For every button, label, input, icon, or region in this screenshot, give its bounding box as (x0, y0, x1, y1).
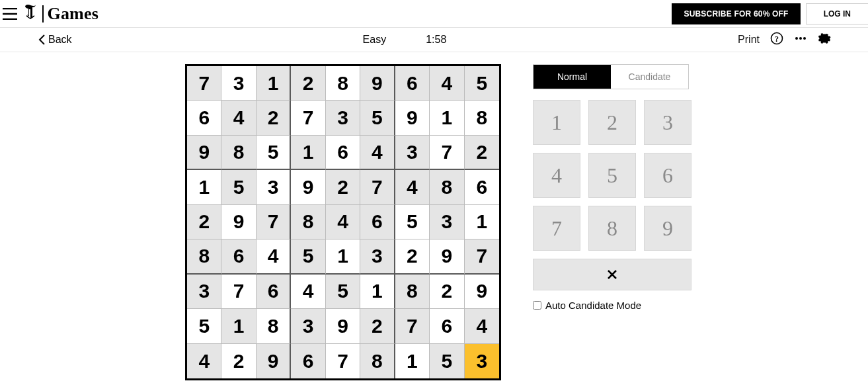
sudoku-cell[interactable]: 2 (395, 239, 430, 274)
sudoku-cell[interactable]: 6 (221, 239, 256, 274)
sudoku-cell[interactable]: 4 (291, 275, 325, 309)
sudoku-cell[interactable]: 8 (465, 101, 499, 135)
sudoku-cell[interactable]: 8 (395, 275, 430, 309)
sudoku-cell[interactable]: 6 (326, 136, 360, 170)
auto-candidate-toggle[interactable]: Auto Candidate Mode (533, 300, 689, 311)
sudoku-cell[interactable]: 3 (187, 275, 221, 309)
sudoku-cell[interactable]: 6 (187, 101, 221, 135)
sudoku-cell[interactable]: 8 (326, 66, 360, 101)
sudoku-cell[interactable]: 6 (291, 344, 325, 378)
sudoku-cell[interactable]: 1 (430, 101, 464, 135)
erase-button[interactable] (533, 259, 691, 290)
subscribe-button[interactable]: SUBSCRIBE FOR 60% OFF (672, 3, 800, 24)
sudoku-cell[interactable]: 1 (326, 239, 360, 274)
sudoku-cell[interactable]: 3 (360, 239, 395, 274)
print-button[interactable]: Print (738, 34, 760, 46)
sudoku-cell[interactable]: 7 (291, 101, 325, 135)
nyt-t-logo[interactable] (24, 3, 42, 24)
numpad-8[interactable]: 8 (588, 206, 636, 251)
sudoku-cell[interactable]: 9 (395, 101, 430, 135)
sudoku-cell[interactable]: 5 (187, 309, 221, 343)
numpad-6[interactable]: 6 (644, 153, 691, 198)
sudoku-cell[interactable]: 6 (360, 205, 395, 239)
sudoku-cell[interactable]: 5 (256, 136, 291, 170)
sudoku-cell[interactable]: 4 (430, 66, 464, 101)
sudoku-cell[interactable]: 6 (256, 275, 291, 309)
auto-candidate-checkbox[interactable] (533, 301, 541, 310)
sudoku-cell[interactable]: 1 (221, 309, 256, 343)
sudoku-cell[interactable]: 3 (465, 344, 499, 378)
sudoku-cell[interactable]: 2 (291, 66, 325, 101)
sudoku-cell[interactable]: 8 (187, 239, 221, 274)
sudoku-cell[interactable]: 5 (360, 101, 395, 135)
back-button[interactable]: Back (38, 34, 72, 46)
sudoku-cell[interactable]: 5 (465, 66, 499, 101)
sudoku-cell[interactable]: 9 (291, 170, 325, 204)
sudoku-cell[interactable]: 8 (221, 136, 256, 170)
sudoku-cell[interactable]: 3 (395, 136, 430, 170)
sudoku-cell[interactable]: 7 (360, 170, 395, 204)
sudoku-cell[interactable]: 2 (256, 101, 291, 135)
menu-icon[interactable] (0, 0, 24, 28)
sudoku-cell[interactable]: 7 (430, 136, 464, 170)
sudoku-cell[interactable]: 1 (187, 170, 221, 204)
sudoku-cell[interactable]: 4 (465, 309, 499, 343)
sudoku-cell[interactable]: 5 (395, 205, 430, 239)
sudoku-cell[interactable]: 1 (395, 344, 430, 378)
sudoku-cell[interactable]: 4 (326, 205, 360, 239)
numpad-5[interactable]: 5 (588, 153, 636, 198)
sudoku-cell[interactable]: 3 (221, 66, 256, 101)
help-icon[interactable]: ? (770, 32, 783, 48)
sudoku-cell[interactable]: 9 (430, 239, 464, 274)
sudoku-cell[interactable]: 9 (256, 344, 291, 378)
sudoku-cell[interactable]: 8 (256, 309, 291, 343)
sudoku-cell[interactable]: 7 (221, 275, 256, 309)
sudoku-cell[interactable]: 2 (360, 309, 395, 343)
sudoku-cell[interactable]: 5 (221, 170, 256, 204)
sudoku-cell[interactable]: 6 (395, 66, 430, 101)
sudoku-cell[interactable]: 7 (326, 344, 360, 378)
numpad-7[interactable]: 7 (533, 206, 580, 251)
sudoku-cell[interactable]: 2 (187, 205, 221, 239)
sudoku-cell[interactable]: 1 (256, 66, 291, 101)
numpad-3[interactable]: 3 (644, 100, 691, 145)
numpad-1[interactable]: 1 (533, 100, 580, 145)
settings-icon[interactable] (818, 32, 831, 48)
sudoku-cell[interactable]: 6 (465, 170, 499, 204)
sudoku-cell[interactable]: 7 (187, 66, 221, 101)
sudoku-cell[interactable]: 4 (360, 136, 395, 170)
sudoku-cell[interactable]: 4 (221, 101, 256, 135)
sudoku-cell[interactable]: 7 (465, 239, 499, 274)
sudoku-cell[interactable]: 4 (187, 344, 221, 378)
more-icon[interactable] (794, 32, 807, 48)
sudoku-cell[interactable]: 5 (326, 275, 360, 309)
sudoku-cell[interactable]: 9 (465, 275, 499, 309)
mode-normal-button[interactable]: Normal (533, 65, 611, 89)
sudoku-cell[interactable]: 5 (430, 344, 464, 378)
sudoku-cell[interactable]: 8 (360, 344, 395, 378)
sudoku-cell[interactable]: 3 (326, 101, 360, 135)
sudoku-cell[interactable]: 8 (430, 170, 464, 204)
sudoku-cell[interactable]: 3 (291, 309, 325, 343)
sudoku-cell[interactable]: 2 (430, 275, 464, 309)
numpad-9[interactable]: 9 (644, 206, 691, 251)
sudoku-cell[interactable]: 2 (465, 136, 499, 170)
numpad-4[interactable]: 4 (533, 153, 580, 198)
sudoku-cell[interactable]: 1 (291, 136, 325, 170)
sudoku-cell[interactable]: 7 (256, 205, 291, 239)
mode-candidate-button[interactable]: Candidate (611, 65, 688, 89)
sudoku-cell[interactable]: 5 (291, 239, 325, 274)
sudoku-cell[interactable]: 1 (465, 205, 499, 239)
sudoku-cell[interactable]: 6 (430, 309, 464, 343)
numpad-2[interactable]: 2 (588, 100, 636, 145)
sudoku-cell[interactable]: 3 (430, 205, 464, 239)
sudoku-cell[interactable]: 9 (360, 66, 395, 101)
sudoku-cell[interactable]: 9 (221, 205, 256, 239)
sudoku-cell[interactable]: 2 (221, 344, 256, 378)
sudoku-cell[interactable]: 8 (291, 205, 325, 239)
login-button[interactable]: LOG IN (806, 3, 868, 24)
sudoku-cell[interactable]: 2 (326, 170, 360, 204)
sudoku-cell[interactable]: 1 (360, 275, 395, 309)
sudoku-cell[interactable]: 4 (395, 170, 430, 204)
brand-label[interactable]: Games (48, 4, 99, 24)
